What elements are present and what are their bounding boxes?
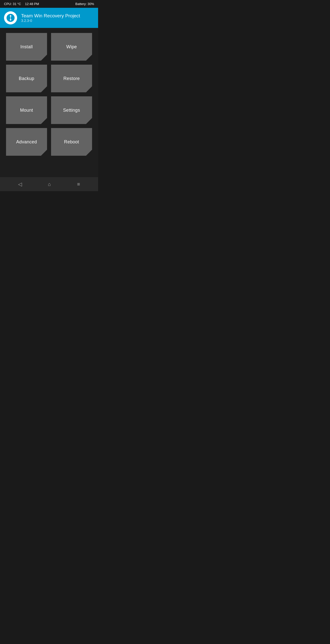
- cpu-status: CPU: 31 °C: [4, 2, 21, 6]
- nav-bar: ◁ ⌂ ≡: [0, 177, 98, 191]
- menu-nav-icon[interactable]: ≡: [74, 179, 82, 190]
- button-row-3: Mount Settings: [6, 96, 92, 124]
- install-button[interactable]: Install: [6, 33, 47, 61]
- app-title: Team Win Recovery Project: [21, 13, 80, 19]
- status-bar: CPU: 31 °C 12:48 PM Battery: 30%: [0, 0, 98, 8]
- restore-button[interactable]: Restore: [51, 65, 92, 92]
- wipe-button[interactable]: Wipe: [51, 33, 92, 61]
- home-nav-icon[interactable]: ⌂: [46, 179, 54, 190]
- advanced-button[interactable]: Advanced: [6, 128, 47, 156]
- app-version: 3.2.3-0: [21, 19, 80, 23]
- button-row-4: Advanced Reboot: [6, 128, 92, 156]
- settings-button[interactable]: Settings: [51, 96, 92, 124]
- back-nav-icon[interactable]: ◁: [16, 179, 24, 190]
- reboot-button[interactable]: Reboot: [51, 128, 92, 156]
- time-status: 12:48 PM: [25, 2, 39, 6]
- app-logo: [4, 11, 17, 24]
- main-content: Install Wipe Backup Restore Mount Settin…: [0, 28, 98, 177]
- backup-button[interactable]: Backup: [6, 65, 47, 92]
- button-row-2: Backup Restore: [6, 65, 92, 92]
- battery-status: Battery: 30%: [75, 2, 94, 6]
- app-header: Team Win Recovery Project 3.2.3-0: [0, 8, 98, 28]
- button-row-1: Install Wipe: [6, 33, 92, 61]
- mount-button[interactable]: Mount: [6, 96, 47, 124]
- header-text: Team Win Recovery Project 3.2.3-0: [21, 13, 80, 23]
